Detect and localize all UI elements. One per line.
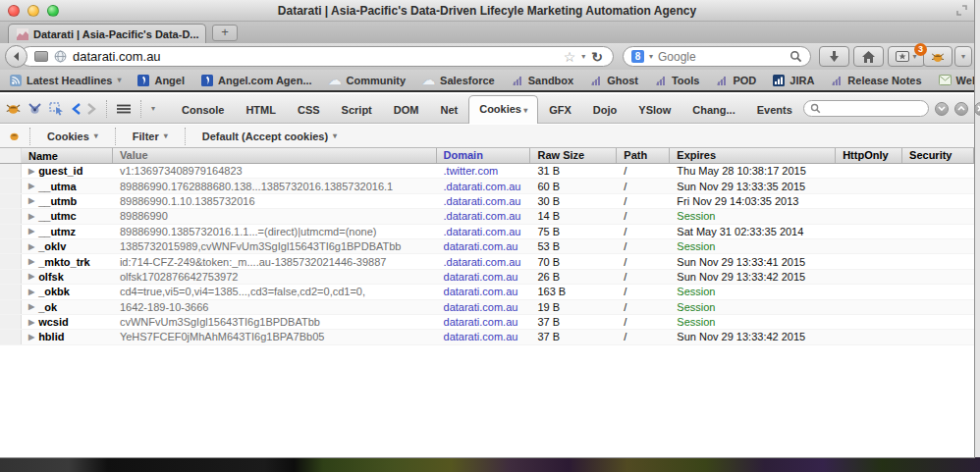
expand-row-icon[interactable]: ▶ xyxy=(28,318,34,327)
expand-row-icon[interactable]: ▶ xyxy=(28,288,34,296)
cookie-name-cell[interactable]: ▶_okbk xyxy=(22,286,113,297)
cookie-name-cell[interactable]: ▶guest_id xyxy=(22,165,113,177)
active-browser-tab[interactable]: Datarati | Asia-Pacific's Data-D... xyxy=(8,24,206,43)
cookie-row[interactable]: ▶_oklv1385732015989,cvWNFvUm3SgIgl15643T… xyxy=(0,239,974,254)
expand-row-icon[interactable]: ▶ xyxy=(28,182,34,190)
column-header-security[interactable]: Security xyxy=(902,148,974,163)
firebug-tab-yslow[interactable]: YSlow xyxy=(627,96,681,124)
cookie-row[interactable]: ▶guest_idv1:136973408979164823.twitter.c… xyxy=(0,164,974,179)
cookie-policy-menu[interactable]: Default (Accept cookies)▾ xyxy=(192,131,347,142)
cookie-domain[interactable]: .twitter.com xyxy=(437,165,531,177)
expand-row-icon[interactable]: ▶ xyxy=(28,257,34,266)
cookie-name-cell[interactable]: ▶__utmb xyxy=(22,195,113,207)
cookie-name-cell[interactable]: ▶__utma xyxy=(22,181,113,192)
bookmark-item[interactable]: Webmail xyxy=(939,75,974,86)
expand-row-icon[interactable]: ▶ xyxy=(28,242,34,251)
downloads-button[interactable] xyxy=(819,46,849,67)
bookmark-item[interactable]: Tools xyxy=(655,75,700,86)
cookie-name-cell[interactable]: ▶__utmz xyxy=(22,226,113,237)
cookie-row[interactable]: ▶_mkto_trkid:714-CFZ-249&token:_m....au-… xyxy=(0,254,974,269)
cookie-name-cell[interactable]: ▶_oklv xyxy=(22,240,113,252)
cookie-row[interactable]: ▶__utma89886990.1762888680.138...1385732… xyxy=(0,179,974,193)
panel-options-icon[interactable]: ▾ xyxy=(521,106,527,115)
cookie-row[interactable]: ▶_okbkcd4=true,vi5=0,vi4=1385...,cd3=fal… xyxy=(0,285,974,299)
cookie-name-cell[interactable]: ▶_ok xyxy=(22,301,113,313)
column-header-path[interactable]: Path xyxy=(617,148,670,163)
bookmark-dropdown-icon[interactable]: ▾ xyxy=(117,76,121,84)
cookie-domain[interactable]: .datarati.com.au xyxy=(437,210,531,222)
cookie-row[interactable]: ▶__utmc89886990.datarati.com.au14 B/Sess… xyxy=(0,209,974,224)
google-engine-icon[interactable]: 8 xyxy=(631,50,644,63)
firebug-search-input[interactable] xyxy=(803,100,929,117)
bookmark-item[interactable]: POD xyxy=(716,75,756,86)
firebug-tab-css[interactable]: CSS xyxy=(287,96,331,124)
reload-icon[interactable]: ↻ xyxy=(591,50,603,64)
bookmark-item[interactable]: Sandbox xyxy=(512,75,573,86)
firebug-tab-dojo[interactable]: Dojo xyxy=(582,96,627,124)
cookie-domain[interactable]: .datarati.com.au xyxy=(437,195,531,207)
cookie-name-cell[interactable]: ▶wcsid xyxy=(22,316,113,328)
bookmark-item[interactable]: Ghost xyxy=(590,75,638,86)
url-text[interactable]: datarati.com.au xyxy=(73,49,558,64)
column-header-httponly[interactable]: HttpOnly xyxy=(836,148,902,163)
back-button[interactable] xyxy=(5,45,27,68)
cookie-domain[interactable]: datarati.com.au xyxy=(437,331,531,342)
cookie-domain[interactable]: .datarati.com.au xyxy=(437,256,531,268)
firebug-tab-html[interactable]: HTML xyxy=(235,96,287,124)
expand-row-icon[interactable]: ▶ xyxy=(28,227,34,236)
firebug-tab-console[interactable]: Console xyxy=(171,96,235,124)
cookie-domain[interactable]: .datarati.com.au xyxy=(437,181,531,192)
expand-row-icon[interactable]: ▶ xyxy=(28,302,34,311)
close-firebug-button[interactable] xyxy=(974,102,980,116)
column-header-domain[interactable]: Domain xyxy=(437,148,531,163)
firebug-tab-dom[interactable]: DOM xyxy=(383,96,430,124)
bookmark-item[interactable]: ☁Salesforce xyxy=(422,75,495,86)
firebug-tab-script[interactable]: Script xyxy=(331,96,383,124)
toolbar-dropdown-icon[interactable]: ▾ xyxy=(151,104,155,113)
history-back-icon[interactable] xyxy=(72,103,81,115)
cookie-name-cell[interactable]: ▶__utmc xyxy=(22,210,113,222)
cookie-row[interactable]: ▶wcsidcvWNFvUm3SgIgl15643TI6g1BPDBATbbda… xyxy=(0,315,974,330)
detach-firebug-button[interactable] xyxy=(954,102,968,116)
cookies-menu[interactable]: Cookies▾ xyxy=(37,131,108,142)
cookie-name-cell[interactable]: ▶olfsk xyxy=(22,271,113,283)
cookie-row[interactable]: ▶hblidYeHS7FCEF0jMhAhM643TI6g1BPA7Bb05da… xyxy=(0,330,974,344)
site-identity-globe-icon[interactable] xyxy=(54,50,67,63)
expand-row-icon[interactable]: ▶ xyxy=(28,196,34,205)
search-engine-dropdown-icon[interactable]: ▾ xyxy=(649,52,653,61)
cookie-domain[interactable]: .datarati.com.au xyxy=(437,226,531,237)
bookmark-item[interactable]: JIRA xyxy=(773,75,814,86)
firebug-menu-icon[interactable] xyxy=(6,102,21,115)
firebug-dropdown-button[interactable]: ▾ xyxy=(954,46,972,67)
cookie-domain[interactable]: datarati.com.au xyxy=(437,240,531,252)
firebug-tab-chang[interactable]: Chang... xyxy=(681,96,745,124)
column-header-expires[interactable]: Expires xyxy=(670,148,836,163)
new-tab-button[interactable]: + xyxy=(212,25,238,41)
cookie-name-cell[interactable]: ▶_mkto_trk xyxy=(22,256,113,268)
search-placeholder[interactable]: Google xyxy=(658,50,785,64)
deactivate-firebug-icon[interactable] xyxy=(27,102,42,115)
search-magnifier-icon[interactable] xyxy=(789,50,802,63)
inspect-element-icon[interactable] xyxy=(49,102,65,116)
bookmark-item[interactable]: Release Notes xyxy=(831,75,921,86)
cookie-domain[interactable]: datarati.com.au xyxy=(437,316,531,328)
expand-row-icon[interactable]: ▶ xyxy=(28,272,34,281)
expand-row-icon[interactable]: ▶ xyxy=(28,212,34,221)
column-header-name[interactable]: Name xyxy=(22,148,113,163)
bookmark-item[interactable]: ☁Community xyxy=(329,75,407,86)
bookmark-item[interactable]: Angel xyxy=(137,75,185,86)
cookie-row[interactable]: ▶olfskolfsk1702876642753972datarati.com.… xyxy=(0,270,974,285)
firebug-tab-net[interactable]: Net xyxy=(429,96,468,124)
bookmark-item[interactable]: Latest Headlines▾ xyxy=(10,75,121,86)
column-header-rawsize[interactable]: Raw Size xyxy=(530,148,617,163)
firebug-button[interactable] xyxy=(923,46,953,67)
bookmark-star-icon[interactable]: ☆ xyxy=(564,50,576,64)
cookie-row[interactable]: ▶__utmb89886990.1.10.1385732016.datarati… xyxy=(0,194,974,209)
cookie-name-cell[interactable]: ▶hblid xyxy=(22,331,113,342)
tab-list-icon[interactable] xyxy=(34,51,48,62)
cookie-domain[interactable]: datarati.com.au xyxy=(437,286,531,297)
expand-row-icon[interactable]: ▶ xyxy=(28,167,34,176)
url-dropdown-icon[interactable]: ▾ xyxy=(581,52,585,61)
minimize-firebug-button[interactable] xyxy=(935,102,949,116)
firebug-tab-cookies[interactable]: Cookies ▾ xyxy=(468,95,538,124)
